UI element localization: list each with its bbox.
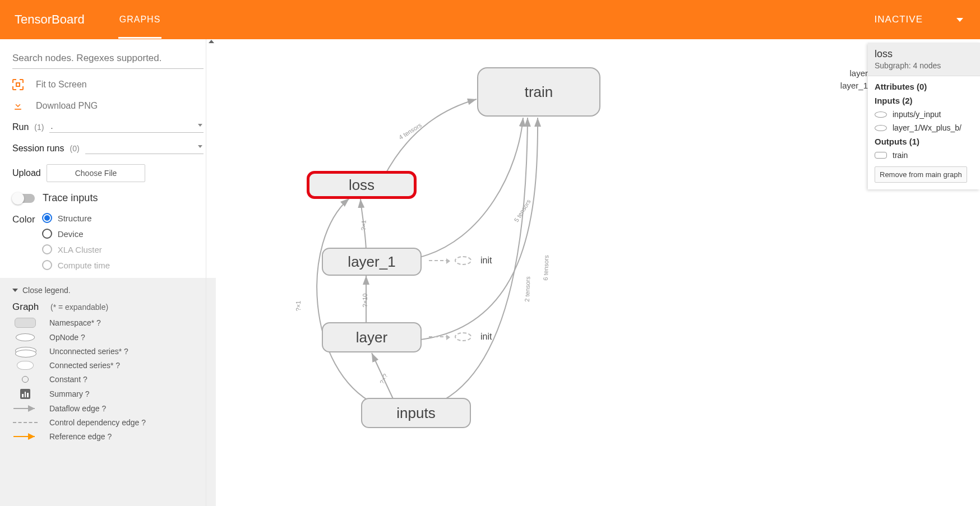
sidebar: Fit to Screen Download PNG Run (1) . Ses… — [0, 39, 216, 506]
close-legend-button[interactable]: Close legend. — [12, 286, 204, 295]
infocard-inputs-title: Inputs (2) — [875, 96, 973, 105]
legend-dataflow-edge: Dataflow edge ? — [12, 404, 204, 413]
status-dropdown[interactable]: INACTIVE — [875, 14, 980, 25]
run-select[interactable]: Run (1) . — [12, 122, 204, 133]
infocard-input-row[interactable]: inputs/y_input — [875, 110, 973, 119]
edge-label: 4 tensors — [397, 122, 423, 141]
chevron-down-icon — [12, 289, 18, 292]
graph-side-labels: layer layer_1 — [840, 67, 868, 92]
op-icon — [875, 125, 887, 131]
trace-inputs-label: Trace inputs — [43, 192, 98, 204]
legend-panel: Close legend. Graph (* = expandable) Nam… — [0, 278, 216, 506]
fit-screen-icon — [12, 79, 24, 90]
graph-node-train[interactable]: train — [477, 67, 600, 117]
edge-label: ?×1 — [295, 301, 302, 312]
legend-namespace: Namespace* ? — [12, 318, 204, 328]
node-info-card: loss Subgraph: 4 nodes Attributes (0) In… — [868, 43, 980, 189]
legend-opnode: OpNode ? — [12, 333, 204, 342]
fit-screen-label: Fit to Screen — [36, 80, 87, 90]
radio-icon — [42, 213, 52, 223]
infocard-input-row[interactable]: layer_1/Wx_plus_b/ — [875, 123, 973, 132]
remove-from-graph-button[interactable]: Remove from main graph — [875, 166, 967, 183]
color-option-xla[interactable]: XLA Cluster — [42, 244, 110, 254]
graph-node-layer[interactable]: layer — [322, 322, 422, 352]
app-title: TensorBoard — [15, 12, 85, 27]
graph-node-inputs[interactable]: inputs — [361, 398, 471, 428]
infocard-subgraph: Subgraph: 4 nodes — [875, 61, 973, 70]
download-icon — [12, 100, 24, 112]
upload-label: Upload — [12, 168, 41, 178]
legend-unconnected-series: Unconnected series* ? — [12, 347, 204, 356]
op-icon — [875, 112, 887, 118]
infocard-name: loss — [875, 48, 973, 60]
radio-icon — [42, 244, 52, 254]
edge-label: 5 tensors — [513, 198, 532, 224]
graph-node-loss[interactable]: loss — [307, 171, 417, 199]
session-select[interactable]: Session runs (0) — [12, 143, 204, 154]
edge-label: 2 tensors — [524, 276, 531, 302]
edge-label: ?×1 — [360, 220, 367, 230]
chevron-down-icon — [956, 18, 963, 22]
edge-label: ?×? — [378, 373, 389, 385]
graph-init-layer1[interactable]: init — [429, 256, 492, 266]
download-png-label: Download PNG — [36, 101, 98, 111]
scroll-up-icon — [209, 40, 214, 43]
edge-label: ?×10 — [362, 294, 368, 308]
edge-label: 6 tensors — [542, 255, 550, 281]
radio-icon — [42, 260, 52, 270]
download-png-button[interactable]: Download PNG — [12, 100, 204, 112]
status-label: INACTIVE — [875, 14, 923, 25]
infocard-attributes-title: Attributes (0) — [875, 82, 973, 91]
color-label: Color — [12, 213, 35, 270]
legend-connected-series: Connected series* ? — [12, 361, 204, 370]
radio-icon — [42, 229, 52, 239]
choose-file-button[interactable]: Choose File — [47, 164, 146, 182]
sidebar-scrollbar[interactable] — [206, 39, 216, 506]
namespace-icon — [875, 152, 887, 159]
tab-graphs[interactable]: GRAPHS — [118, 1, 162, 39]
infocard-outputs-title: Outputs (1) — [875, 137, 973, 146]
color-option-structure[interactable]: Structure — [42, 213, 110, 223]
legend-reference-edge: Reference edge ? — [12, 432, 204, 441]
trace-inputs-toggle[interactable] — [12, 194, 35, 203]
legend-summary: Summary ? — [12, 389, 204, 399]
graph-node-layer1[interactable]: layer_1 — [322, 248, 422, 276]
color-option-compute-time[interactable]: Compute time — [42, 260, 110, 270]
chevron-down-icon — [198, 145, 202, 148]
color-option-device[interactable]: Device — [42, 229, 110, 239]
search-input[interactable] — [12, 49, 204, 69]
graph-init-layer[interactable]: init — [429, 332, 492, 342]
legend-control-edge: Control dependency edge ? — [12, 418, 204, 427]
graph-canvas[interactable]: train loss layer_1 layer inputs init ini… — [216, 39, 980, 506]
fit-to-screen-button[interactable]: Fit to Screen — [12, 79, 204, 90]
legend-graph-label: Graph — [12, 301, 39, 312]
legend-expandable-note: (* = expandable) — [50, 303, 108, 312]
app-header: TensorBoard GRAPHS INACTIVE — [0, 0, 980, 39]
infocard-output-row[interactable]: train — [875, 151, 973, 160]
chevron-down-icon — [198, 124, 202, 127]
legend-constant: Constant ? — [12, 375, 204, 384]
